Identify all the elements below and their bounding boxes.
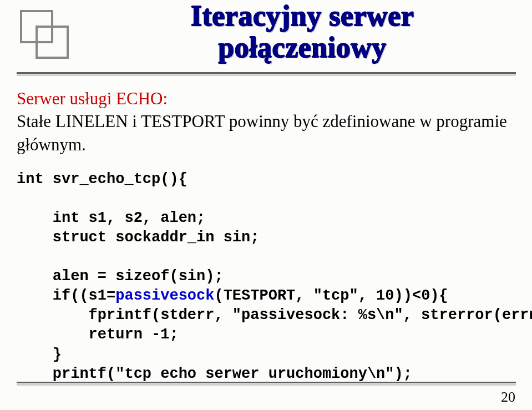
title-line-2: połączeniowy [92,32,513,63]
slide-icon [17,7,72,62]
code-line: struct sockaddr_in sin; [17,229,259,246]
footer-divider [17,382,516,386]
code-line: printf("tcp echo serwer uruchomiony\n"); [17,366,412,382]
code-fn-passivesock: passivesock [115,287,214,304]
echo-label: Serwer usługi ECHO: [17,89,516,109]
slide-content: Serwer usługi ECHO: Stałe LINELEN i TEST… [17,89,516,384]
slide-title: Iteracyjny serwer połączeniowy [92,0,513,63]
code-line: (TESTPORT, "tcp", 10))<0){ [214,287,448,304]
code-line: if((s1= [17,287,115,304]
page-number: 20 [501,389,515,406]
echo-description: Stałe LINELEN i TESTPORT powinny być zde… [17,110,516,156]
code-line: return -1; [17,326,179,343]
title-divider [17,72,516,76]
code-line: int svr_echo_tcp(){ [17,171,188,188]
code-line: alen = sizeof(sin); [17,268,224,285]
title-line-1: Iteracyjny serwer [92,0,513,32]
code-line: fprintf(stderr, "passivesock: %s\n", str… [17,307,532,323]
code-line: int s1, s2, alen; [17,210,205,226]
code-line: } [17,346,62,363]
code-block: int svr_echo_tcp(){ int s1, s2, alen; st… [17,170,516,384]
